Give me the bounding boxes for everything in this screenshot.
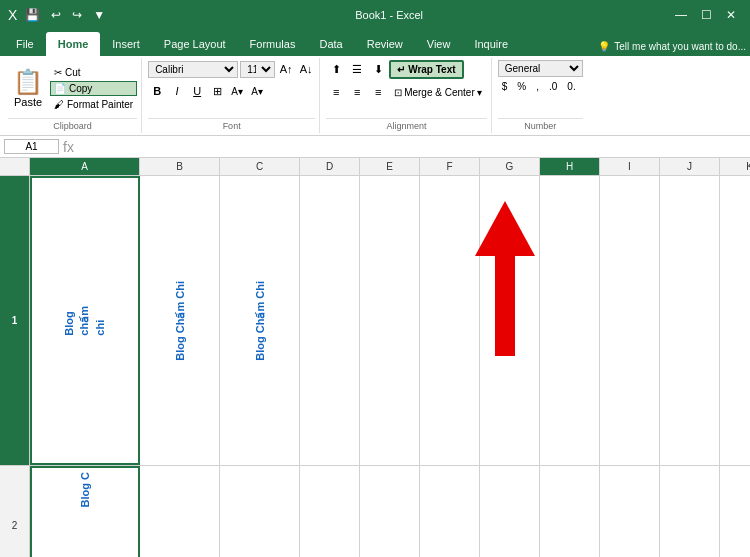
cell-C1-content: Blog Chấm Chi [253, 281, 266, 361]
cell-H2[interactable] [540, 466, 600, 557]
font-content: Calibri 11 A↑ A↓ B I U ⊞ A▾ A▾ [148, 60, 315, 116]
cell-E1[interactable] [360, 176, 420, 465]
col-header-C[interactable]: C [220, 158, 300, 175]
align-top-button[interactable]: ⬆ [326, 61, 346, 79]
cell-C1[interactable]: Blog Chấm Chi [220, 176, 300, 465]
maximize-button[interactable]: ☐ [695, 6, 718, 24]
col-header-I[interactable]: I [600, 158, 660, 175]
save-button[interactable]: 💾 [21, 6, 44, 24]
cell-reference-input[interactable] [4, 139, 59, 154]
number-content: General $ % , .0 0. [498, 60, 583, 116]
cell-B2[interactable] [140, 466, 220, 557]
font-size-select[interactable]: 11 [240, 61, 275, 78]
font-row-2: B I U ⊞ A▾ A▾ [148, 82, 266, 100]
align-bottom-button[interactable]: ⬇ [368, 61, 388, 79]
format-painter-button[interactable]: 🖌 Format Painter [50, 97, 137, 112]
row-num-1[interactable]: 1 [0, 176, 29, 466]
cell-J1[interactable] [660, 176, 720, 465]
italic-button[interactable]: I [168, 82, 186, 100]
number-group-label: Number [498, 118, 583, 131]
cell-K2[interactable] [720, 466, 750, 557]
tab-insert[interactable]: Insert [100, 32, 152, 56]
align-center-button[interactable]: ≡ [347, 83, 367, 101]
border-button[interactable]: ⊞ [208, 82, 226, 100]
row-num-2[interactable]: 2 [0, 466, 29, 557]
tab-file[interactable]: File [4, 32, 46, 56]
cell-K1[interactable] [720, 176, 750, 465]
cut-button[interactable]: ✂ Cut [50, 65, 137, 80]
font-color-button[interactable]: A▾ [248, 82, 266, 100]
cells-grid: Blogchấmchi Blog Chấm Chi Blog Chấm Chi [30, 176, 750, 557]
font-family-select[interactable]: Calibri [148, 61, 238, 78]
cell-F2[interactable] [420, 466, 480, 557]
grid-wrapper: 1 2 Blogchấmchi Blog Chấm Chi Blog Chấ [0, 176, 750, 557]
excel-icon: X [8, 7, 17, 23]
tab-page-layout[interactable]: Page Layout [152, 32, 238, 56]
copy-button[interactable]: 📄 Copy [50, 81, 137, 96]
col-header-D[interactable]: D [300, 158, 360, 175]
tab-view[interactable]: View [415, 32, 463, 56]
wrap-text-button[interactable]: ↵ Wrap Text [389, 60, 463, 79]
cell-I2[interactable] [600, 466, 660, 557]
cell-G1[interactable] [480, 176, 540, 465]
increase-decimal-button[interactable]: .0 [545, 79, 561, 94]
cell-D2[interactable] [300, 466, 360, 557]
align-middle-button[interactable]: ☰ [347, 61, 367, 79]
row-1: Blogchấmchi Blog Chấm Chi Blog Chấm Chi [30, 176, 750, 466]
cell-J2[interactable] [660, 466, 720, 557]
customize-button[interactable]: ▼ [89, 6, 109, 24]
align-row-2: ≡ ≡ ≡ ⊡ Merge & Center ▾ [326, 83, 487, 101]
cell-H1[interactable] [540, 176, 600, 465]
col-header-B[interactable]: B [140, 158, 220, 175]
bold-button[interactable]: B [148, 82, 166, 100]
paste-button[interactable]: 📋 Paste [8, 65, 48, 111]
number-row: $ % , .0 0. [498, 79, 580, 94]
undo-button[interactable]: ↩ [47, 6, 65, 24]
col-header-F[interactable]: F [420, 158, 480, 175]
cell-C2[interactable] [220, 466, 300, 557]
cell-D1[interactable] [300, 176, 360, 465]
font-group-label: Font [148, 118, 315, 131]
tab-review[interactable]: Review [355, 32, 415, 56]
col-header-H[interactable]: H [540, 158, 600, 175]
cell-G2[interactable] [480, 466, 540, 557]
cell-B1[interactable]: Blog Chấm Chi [140, 176, 220, 465]
font-row-1: Calibri 11 A↑ A↓ [148, 60, 315, 78]
tab-formulas[interactable]: Formulas [238, 32, 308, 56]
number-format-select[interactable]: General [498, 60, 583, 77]
formula-bar: fx [0, 136, 750, 158]
tab-data[interactable]: Data [307, 32, 354, 56]
percent-button[interactable]: % [513, 79, 530, 94]
currency-button[interactable]: $ [498, 79, 512, 94]
tab-home[interactable]: Home [46, 32, 101, 56]
ribbon-search[interactable]: 💡 Tell me what you want to do... [598, 41, 746, 56]
increase-font-button[interactable]: A↑ [277, 60, 295, 78]
decrease-decimal-button[interactable]: 0. [563, 79, 579, 94]
row-num-header [0, 158, 30, 175]
cell-F1[interactable] [420, 176, 480, 465]
align-left-button[interactable]: ≡ [326, 83, 346, 101]
minimize-button[interactable]: — [669, 6, 693, 24]
formula-input[interactable] [78, 141, 746, 152]
col-header-G[interactable]: G [480, 158, 540, 175]
align-right-button[interactable]: ≡ [368, 83, 388, 101]
col-header-A[interactable]: A [30, 158, 140, 175]
merge-icon: ⊡ [394, 87, 402, 98]
tab-inquire[interactable]: Inquire [462, 32, 520, 56]
cell-A2[interactable]: Blog C [30, 466, 140, 557]
col-header-K[interactable]: K [720, 158, 750, 175]
fill-color-button[interactable]: A▾ [228, 82, 246, 100]
col-header-J[interactable]: J [660, 158, 720, 175]
cell-A1[interactable]: Blogchấmchi [30, 176, 140, 465]
cell-E2[interactable] [360, 466, 420, 557]
redo-button[interactable]: ↪ [68, 6, 86, 24]
cell-I1[interactable] [600, 176, 660, 465]
underline-button[interactable]: U [188, 82, 206, 100]
spreadsheet-area: A B C D E F G H I J K 1 2 Blogchấmchi [0, 158, 750, 557]
comma-button[interactable]: , [532, 79, 543, 94]
copy-label: Copy [69, 83, 92, 94]
decrease-font-button[interactable]: A↓ [297, 60, 315, 78]
merge-center-button[interactable]: ⊡ Merge & Center ▾ [389, 85, 487, 100]
col-header-E[interactable]: E [360, 158, 420, 175]
close-button[interactable]: ✕ [720, 6, 742, 24]
